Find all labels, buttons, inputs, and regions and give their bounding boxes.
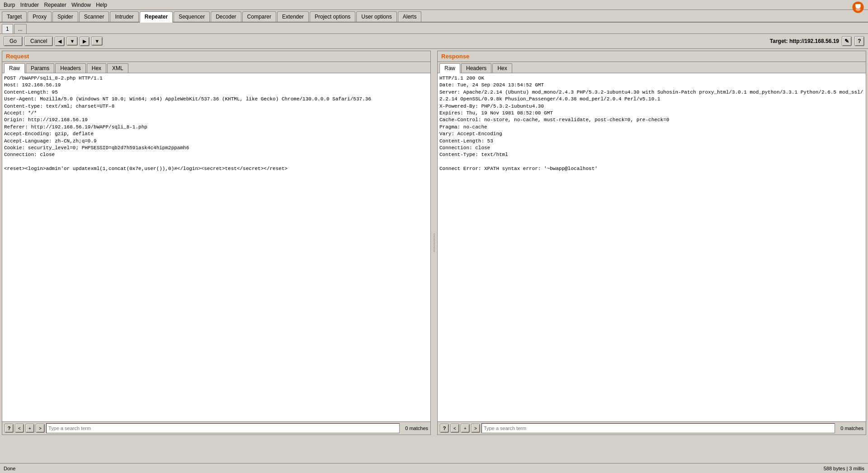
request-tab-headers[interactable]: Headers xyxy=(55,63,85,73)
tab-intruder[interactable]: Intruder xyxy=(110,11,138,22)
tab-user-options[interactable]: User options xyxy=(356,11,396,22)
request-tab-raw[interactable]: Raw xyxy=(4,63,25,73)
next-dropdown-button[interactable]: ▼ xyxy=(91,37,103,46)
response-tabs: Raw Headers Hex xyxy=(438,62,866,73)
sub-tab-bar: 1 ... xyxy=(0,23,868,34)
response-search-help[interactable]: ? xyxy=(440,424,449,433)
main-tab-bar: Target Proxy Spider Scanner Intruder Rep… xyxy=(0,10,868,23)
response-tab-headers[interactable]: Headers xyxy=(461,63,491,73)
response-search-next[interactable]: > xyxy=(471,424,480,433)
sub-tab-1[interactable]: 1 xyxy=(2,24,13,33)
tab-spider[interactable]: Spider xyxy=(52,11,78,22)
request-content[interactable]: POST /bWAPP/sqli_8-2.php HTTP/1.1 Host: … xyxy=(2,73,430,421)
response-search-prev[interactable]: < xyxy=(450,424,459,433)
tab-sequencer[interactable]: Sequencer xyxy=(174,11,210,22)
response-tab-raw[interactable]: Raw xyxy=(439,63,460,73)
tab-proxy[interactable]: Proxy xyxy=(28,11,52,22)
target-info: Target: http://192.168.56.19 ✎ ? xyxy=(770,36,864,46)
status-info: 588 bytes | 3 millis xyxy=(824,466,864,471)
tab-target[interactable]: Target xyxy=(2,11,27,22)
edit-target-button[interactable]: ✎ xyxy=(842,36,852,46)
request-tab-params[interactable]: Params xyxy=(26,63,54,73)
title-text: Burp Intruder Repeater Window Help xyxy=(2,1,109,9)
request-search-help[interactable]: ? xyxy=(5,424,14,433)
tab-project-options[interactable]: Project options xyxy=(310,11,355,22)
burp-logo xyxy=(852,1,864,14)
tab-alerts[interactable]: Alerts xyxy=(398,11,422,22)
tab-decoder[interactable]: Decoder xyxy=(211,11,241,22)
title-bar: Burp Intruder Repeater Window Help xyxy=(0,0,868,10)
request-tabs: Raw Params Headers Hex XML xyxy=(2,62,430,73)
prev-dropdown-button[interactable]: ▼ xyxy=(66,37,78,46)
tab-scanner[interactable]: Scanner xyxy=(79,11,109,22)
request-search-next[interactable]: > xyxy=(36,424,45,433)
response-panel: Response Raw Headers Hex HTTP/1.1 200 OK… xyxy=(437,51,866,435)
menu-help[interactable]: Help xyxy=(94,1,109,9)
response-header: Response xyxy=(438,51,866,62)
menu-window[interactable]: Window xyxy=(70,1,93,9)
response-content[interactable]: HTTP/1.1 200 OK Date: Tue, 24 Sep 2024 1… xyxy=(438,73,866,421)
request-search-matches: 0 matches xyxy=(401,426,428,431)
request-panel: Request Raw Params Headers Hex XML POST … xyxy=(2,51,431,435)
menu-burp[interactable]: Burp xyxy=(2,1,17,9)
target-label: Target: http://192.168.56.19 xyxy=(770,38,839,44)
tab-extender[interactable]: Extender xyxy=(277,11,309,22)
content-area: Request Raw Params Headers Hex XML POST … xyxy=(0,49,868,437)
tab-comparer[interactable]: Comparer xyxy=(242,11,276,22)
menu-intruder[interactable]: Intruder xyxy=(19,1,41,9)
menu-repeater[interactable]: Repeater xyxy=(42,1,68,9)
request-search-input[interactable] xyxy=(46,423,400,433)
request-header: Request xyxy=(2,51,430,62)
sub-tab-more[interactable]: ... xyxy=(14,24,27,33)
request-tab-xml[interactable]: XML xyxy=(107,63,128,73)
response-search-bar: ? < + > 0 matches xyxy=(438,421,866,435)
status-bar: Done 588 bytes | 3 millis xyxy=(0,463,868,473)
panel-divider[interactable] xyxy=(433,49,435,437)
response-tab-hex[interactable]: Hex xyxy=(492,63,512,73)
toolbar: Go Cancel ◀ ▼ ▶ ▼ Target: http://192.168… xyxy=(0,34,868,49)
prev-button[interactable]: ◀ xyxy=(55,37,65,46)
tab-repeater[interactable]: Repeater xyxy=(140,11,173,23)
request-tab-hex[interactable]: Hex xyxy=(87,63,106,73)
help-button[interactable]: ? xyxy=(854,36,864,46)
cancel-button[interactable]: Cancel xyxy=(24,36,53,46)
request-search-add[interactable]: + xyxy=(25,424,34,433)
go-button[interactable]: Go xyxy=(4,36,23,46)
response-search-matches: 0 matches xyxy=(836,426,863,431)
request-search-prev[interactable]: < xyxy=(15,424,24,433)
response-search-input[interactable] xyxy=(481,423,835,433)
next-button[interactable]: ▶ xyxy=(80,37,90,46)
response-search-add[interactable]: + xyxy=(461,424,470,433)
request-search-bar: ? < + > 0 matches xyxy=(2,421,430,435)
status-text: Done xyxy=(4,466,15,471)
